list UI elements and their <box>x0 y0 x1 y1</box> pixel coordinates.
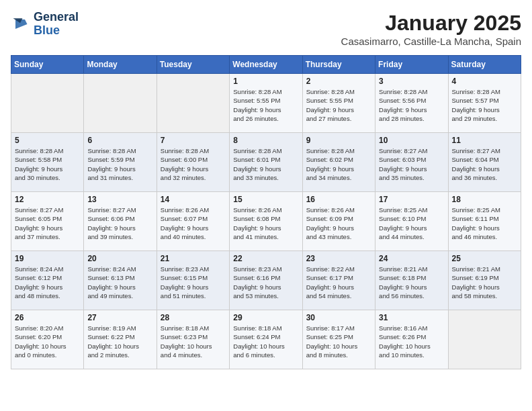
day-number: 13 <box>87 195 152 204</box>
day-number: 23 <box>306 254 371 263</box>
day-info: Sunrise: 8:28 AM Sunset: 6:00 PM Dayligh… <box>161 146 226 182</box>
day-number: 18 <box>452 195 517 204</box>
header-friday: Friday <box>375 56 448 74</box>
day-info: Sunrise: 8:28 AM Sunset: 5:57 PM Dayligh… <box>452 87 517 123</box>
day-info: Sunrise: 8:27 AM Sunset: 6:04 PM Dayligh… <box>452 146 517 182</box>
day-info: Sunrise: 8:22 AM Sunset: 6:17 PM Dayligh… <box>306 265 371 300</box>
calendar-cell: 17Sunrise: 8:25 AM Sunset: 6:10 PM Dayli… <box>375 192 448 251</box>
calendar-cell: 3Sunrise: 8:28 AM Sunset: 5:56 PM Daylig… <box>375 74 448 133</box>
day-info: Sunrise: 8:28 AM Sunset: 5:55 PM Dayligh… <box>306 87 371 123</box>
day-number: 25 <box>452 254 517 263</box>
calendar-cell: 31Sunrise: 8:16 AM Sunset: 6:26 PM Dayli… <box>375 310 448 369</box>
day-number: 26 <box>15 313 80 322</box>
day-info: Sunrise: 8:27 AM Sunset: 6:06 PM Dayligh… <box>87 205 152 241</box>
day-info: Sunrise: 8:21 AM Sunset: 6:19 PM Dayligh… <box>452 265 517 300</box>
day-number: 28 <box>161 313 226 322</box>
day-info: Sunrise: 8:28 AM Sunset: 6:01 PM Dayligh… <box>233 146 298 182</box>
calendar-cell: 29Sunrise: 8:18 AM Sunset: 6:24 PM Dayli… <box>230 310 302 369</box>
day-number: 5 <box>15 136 80 145</box>
logo-icon <box>11 15 30 34</box>
day-number: 11 <box>452 136 517 145</box>
day-number: 2 <box>306 77 371 86</box>
day-number: 4 <box>452 77 517 86</box>
day-number: 29 <box>233 313 298 322</box>
calendar-cell: 14Sunrise: 8:26 AM Sunset: 6:07 PM Dayli… <box>157 192 229 251</box>
day-number: 16 <box>306 195 371 204</box>
day-info: Sunrise: 8:23 AM Sunset: 6:15 PM Dayligh… <box>161 265 226 300</box>
calendar-cell: 1Sunrise: 8:28 AM Sunset: 5:55 PM Daylig… <box>230 74 302 133</box>
day-info: Sunrise: 8:25 AM Sunset: 6:11 PM Dayligh… <box>452 205 517 241</box>
day-number: 8 <box>233 136 298 145</box>
logo-line1: General <box>34 11 79 24</box>
day-number: 15 <box>233 195 298 204</box>
day-number: 9 <box>306 136 371 145</box>
day-info: Sunrise: 8:26 AM Sunset: 6:09 PM Dayligh… <box>306 205 371 241</box>
location-title: Casasimarro, Castille-La Mancha, Spain <box>341 36 521 47</box>
day-number: 17 <box>379 195 444 204</box>
day-info: Sunrise: 8:24 AM Sunset: 6:12 PM Dayligh… <box>15 265 80 300</box>
day-number: 6 <box>87 136 152 145</box>
day-info: Sunrise: 8:28 AM Sunset: 5:56 PM Dayligh… <box>379 87 444 123</box>
calendar-cell: 28Sunrise: 8:18 AM Sunset: 6:23 PM Dayli… <box>157 310 229 369</box>
calendar-week-4: 19Sunrise: 8:24 AM Sunset: 6:12 PM Dayli… <box>11 251 521 310</box>
calendar-header-row: SundayMondayTuesdayWednesdayThursdayFrid… <box>11 56 521 74</box>
day-info: Sunrise: 8:28 AM Sunset: 5:59 PM Dayligh… <box>87 146 152 182</box>
day-info: Sunrise: 8:26 AM Sunset: 6:08 PM Dayligh… <box>233 205 298 241</box>
calendar-week-3: 12Sunrise: 8:27 AM Sunset: 6:05 PM Dayli… <box>11 192 521 251</box>
day-info: Sunrise: 8:18 AM Sunset: 6:24 PM Dayligh… <box>233 324 298 359</box>
calendar-cell: 15Sunrise: 8:26 AM Sunset: 6:08 PM Dayli… <box>230 192 302 251</box>
day-number: 14 <box>161 195 226 204</box>
page-header: General Blue January 2025 Casasimarro, C… <box>11 11 521 47</box>
day-number: 19 <box>15 254 80 263</box>
day-number: 10 <box>379 136 444 145</box>
calendar-cell: 4Sunrise: 8:28 AM Sunset: 5:57 PM Daylig… <box>448 74 521 133</box>
title-block: January 2025 Casasimarro, Castille-La Ma… <box>341 11 521 47</box>
calendar-cell: 16Sunrise: 8:26 AM Sunset: 6:09 PM Dayli… <box>302 192 375 251</box>
day-number: 20 <box>87 254 152 263</box>
calendar-cell <box>448 310 521 369</box>
header-tuesday: Tuesday <box>157 56 229 74</box>
day-number: 7 <box>161 136 226 145</box>
header-monday: Monday <box>84 56 157 74</box>
day-info: Sunrise: 8:25 AM Sunset: 6:10 PM Dayligh… <box>379 205 444 241</box>
day-info: Sunrise: 8:28 AM Sunset: 6:02 PM Dayligh… <box>306 146 371 182</box>
calendar-cell: 7Sunrise: 8:28 AM Sunset: 6:00 PM Daylig… <box>157 133 229 192</box>
day-number: 3 <box>379 77 444 86</box>
calendar-cell: 23Sunrise: 8:22 AM Sunset: 6:17 PM Dayli… <box>302 251 375 310</box>
logo: General Blue <box>11 11 79 38</box>
day-info: Sunrise: 8:16 AM Sunset: 6:26 PM Dayligh… <box>379 324 444 359</box>
day-number: 22 <box>233 254 298 263</box>
day-info: Sunrise: 8:27 AM Sunset: 6:03 PM Dayligh… <box>379 146 444 182</box>
calendar-cell: 30Sunrise: 8:17 AM Sunset: 6:25 PM Dayli… <box>302 310 375 369</box>
day-number: 27 <box>87 313 152 322</box>
calendar-week-2: 5Sunrise: 8:28 AM Sunset: 5:58 PM Daylig… <box>11 133 521 192</box>
day-info: Sunrise: 8:27 AM Sunset: 6:05 PM Dayligh… <box>15 205 80 241</box>
day-info: Sunrise: 8:19 AM Sunset: 6:22 PM Dayligh… <box>87 324 152 359</box>
calendar-cell: 11Sunrise: 8:27 AM Sunset: 6:04 PM Dayli… <box>448 133 521 192</box>
calendar-cell: 24Sunrise: 8:21 AM Sunset: 6:18 PM Dayli… <box>375 251 448 310</box>
day-number: 31 <box>379 313 444 322</box>
calendar-cell: 9Sunrise: 8:28 AM Sunset: 6:02 PM Daylig… <box>302 133 375 192</box>
calendar-cell: 2Sunrise: 8:28 AM Sunset: 5:55 PM Daylig… <box>302 74 375 133</box>
calendar-cell: 18Sunrise: 8:25 AM Sunset: 6:11 PM Dayli… <box>448 192 521 251</box>
calendar-week-1: 1Sunrise: 8:28 AM Sunset: 5:55 PM Daylig… <box>11 74 521 133</box>
calendar-cell <box>84 74 157 133</box>
day-info: Sunrise: 8:23 AM Sunset: 6:16 PM Dayligh… <box>233 265 298 300</box>
calendar-body: 1Sunrise: 8:28 AM Sunset: 5:55 PM Daylig… <box>11 74 521 369</box>
logo-line2: Blue <box>34 24 79 38</box>
calendar-cell: 20Sunrise: 8:24 AM Sunset: 6:13 PM Dayli… <box>84 251 157 310</box>
day-info: Sunrise: 8:20 AM Sunset: 6:20 PM Dayligh… <box>15 324 80 359</box>
calendar-cell <box>11 74 84 133</box>
day-number: 12 <box>15 195 80 204</box>
day-number: 24 <box>379 254 444 263</box>
header-thursday: Thursday <box>302 56 375 74</box>
calendar-cell: 21Sunrise: 8:23 AM Sunset: 6:15 PM Dayli… <box>157 251 229 310</box>
header-sunday: Sunday <box>11 56 84 74</box>
day-info: Sunrise: 8:28 AM Sunset: 5:58 PM Dayligh… <box>15 146 80 182</box>
header-wednesday: Wednesday <box>230 56 302 74</box>
day-info: Sunrise: 8:24 AM Sunset: 6:13 PM Dayligh… <box>87 265 152 300</box>
day-number: 1 <box>233 77 298 86</box>
day-info: Sunrise: 8:26 AM Sunset: 6:07 PM Dayligh… <box>161 205 226 241</box>
month-title: January 2025 <box>341 11 521 36</box>
day-number: 21 <box>161 254 226 263</box>
